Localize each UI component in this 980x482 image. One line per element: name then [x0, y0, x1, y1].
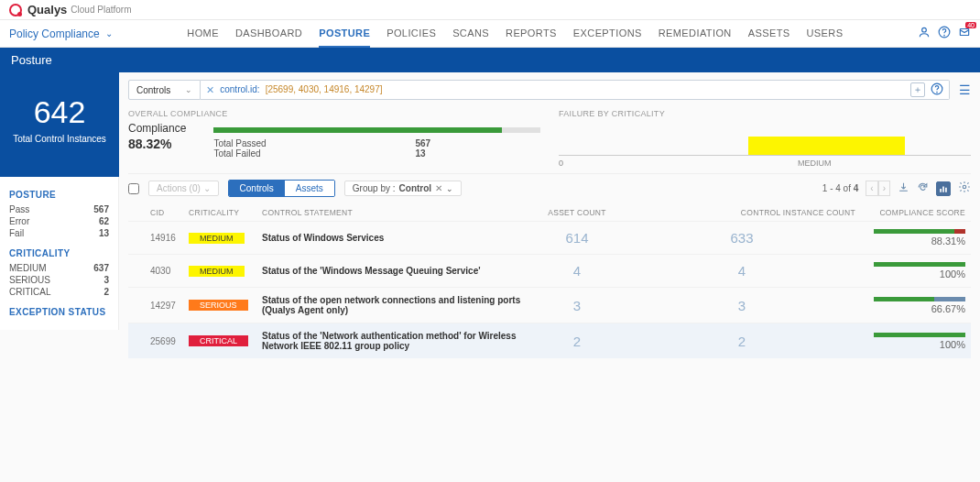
- filter-dropdown[interactable]: Controls ⌄: [128, 80, 201, 100]
- clear-search-icon[interactable]: ✕: [206, 84, 214, 96]
- table-row[interactable]: 25699CRITICALStatus of the 'Network auth…: [128, 323, 971, 359]
- sidebar-row[interactable]: MEDIUM637: [9, 262, 109, 274]
- user-box: 40: [918, 26, 971, 41]
- sidebar-row[interactable]: CRITICAL2: [9, 286, 109, 298]
- th-criticality[interactable]: CRITICALITY: [183, 204, 256, 222]
- passed-label: Total Passed: [213, 138, 415, 148]
- qualys-logo-icon: [9, 4, 22, 16]
- sidebar-posture-header[interactable]: POSTURE: [9, 190, 109, 200]
- toolbar: Actions (0) ⌄ Controls Assets Group by :…: [128, 174, 971, 201]
- user-icon[interactable]: [918, 26, 931, 41]
- clear-group-icon[interactable]: ✕: [435, 183, 442, 193]
- nav-item-scans[interactable]: SCANS: [452, 20, 489, 48]
- nav-item-policies[interactable]: POLICIES: [387, 20, 436, 48]
- pager: ‹ ›: [866, 181, 890, 196]
- chevron-down-icon: ⌄: [185, 85, 192, 94]
- cell-criticality: MEDIUM: [183, 255, 256, 288]
- pager-range: 1 - 4 of 4: [822, 183, 858, 193]
- select-all-checkbox[interactable]: [128, 183, 139, 194]
- failure-by-criticality: FAILURE BY CRITICALITY 0 MEDIUM: [559, 109, 971, 164]
- passed-value: 567: [415, 138, 430, 148]
- add-filter-icon[interactable]: ＋: [910, 82, 925, 97]
- pager-next[interactable]: ›: [878, 181, 890, 196]
- nav-item-assets[interactable]: ASSETS: [748, 20, 790, 48]
- cell-criticality: CRITICAL: [183, 323, 256, 359]
- table-row[interactable]: 4030MEDIUMStatus of the 'Windows Message…: [128, 255, 971, 288]
- total-instances-label: Total Control Instances: [5, 134, 114, 144]
- download-icon[interactable]: [898, 181, 909, 196]
- main-nav: HOMEDASHBOARDPOSTUREPOLICIESSCANSREPORTS…: [187, 20, 843, 48]
- cell-cid: 4030: [128, 255, 183, 288]
- brand-name: Qualys: [27, 3, 67, 16]
- cell-statement: Status of the open network connections a…: [256, 288, 531, 323]
- nav-item-dashboard[interactable]: DASHBOARD: [235, 20, 302, 48]
- nav-item-reports[interactable]: REPORTS: [506, 20, 557, 48]
- group-by-value: Control: [399, 183, 432, 193]
- cell-statement: Status of Windows Services: [256, 222, 531, 255]
- sidebar-row[interactable]: Error62: [9, 215, 109, 227]
- failure-zero-label: 0: [559, 159, 563, 168]
- cell-instance-count: 3: [623, 288, 861, 323]
- sidebar-row[interactable]: SERIOUS3: [9, 274, 109, 286]
- sidebar-row[interactable]: Fail13: [9, 227, 109, 239]
- nav-item-posture[interactable]: POSTURE: [319, 20, 370, 48]
- cell-score: 88.31%: [861, 222, 971, 255]
- group-by-label: Group by :: [353, 183, 396, 193]
- group-by[interactable]: Group by : Control ✕ ⌄: [344, 181, 462, 196]
- th-statement[interactable]: CONTROL STATEMENT: [256, 204, 531, 222]
- cell-instance-count: 633: [623, 222, 861, 255]
- failure-chart: 0 MEDIUM: [559, 127, 971, 164]
- overall-label: OVERALL COMPLIANCE: [128, 109, 540, 118]
- cell-score: 66.67%: [861, 288, 971, 323]
- sidebar-row[interactable]: Pass567: [9, 203, 109, 215]
- th-compliance-score[interactable]: COMPLIANCE SCORE: [861, 204, 971, 222]
- menu-icon[interactable]: ☰: [959, 82, 971, 97]
- settings-icon[interactable]: [958, 181, 971, 196]
- sidebar-exception-header[interactable]: EXCEPTION STATUS: [9, 307, 109, 317]
- toolbar-right: 1 - 4 of 4 ‹ ›: [822, 181, 971, 196]
- pager-prev[interactable]: ‹: [866, 181, 877, 196]
- nav-item-home[interactable]: HOME: [187, 20, 219, 48]
- nav-item-exceptions[interactable]: EXCEPTIONS: [573, 20, 642, 48]
- brand-bar: Qualys Cloud Platform: [0, 0, 980, 20]
- failure-label: FAILURE BY CRITICALITY: [559, 109, 971, 118]
- sidebar: POSTURE Pass567Error62Fail13 CRITICALITY…: [0, 177, 119, 330]
- chevron-down-icon: ⌄: [105, 28, 113, 38]
- search-row: Controls ⌄ ✕ control.id: [25699, 4030, 1…: [128, 80, 971, 100]
- page-title: Posture: [11, 53, 52, 67]
- total-instances-number: 642: [5, 94, 114, 130]
- sidebar-criticality-header[interactable]: CRITICALITY: [9, 248, 109, 258]
- cell-asset-count: 3: [531, 288, 623, 323]
- compliance-bar: [213, 127, 540, 133]
- seg-assets[interactable]: Assets: [285, 181, 334, 196]
- nav-item-remediation[interactable]: REMEDIATION: [659, 20, 732, 48]
- brand-sub: Cloud Platform: [71, 5, 131, 15]
- module-selector[interactable]: Policy Compliance ⌄: [9, 27, 113, 40]
- failed-value: 13: [415, 148, 425, 159]
- seg-controls[interactable]: Controls: [229, 181, 285, 196]
- cell-asset-count: 4: [531, 255, 623, 288]
- svg-point-9: [963, 185, 966, 189]
- table-row[interactable]: 14916MEDIUMStatus of Windows Services614…: [128, 222, 971, 255]
- notification-icon[interactable]: 40: [958, 26, 971, 41]
- chart-view-icon[interactable]: [936, 181, 951, 196]
- th-instance-count[interactable]: CONTROL INSTANCE COUNT: [623, 204, 861, 222]
- filter-label: Controls: [136, 85, 170, 95]
- cell-instance-count: 2: [623, 323, 861, 359]
- search-input[interactable]: ✕ control.id: [25699, 4030, 14916, 14297…: [201, 80, 950, 100]
- svg-point-5: [937, 92, 938, 93]
- th-asset-count[interactable]: ASSET COUNT: [531, 204, 623, 222]
- search-help-icon[interactable]: [931, 82, 943, 97]
- cell-score: 100%: [861, 323, 971, 359]
- nav-item-users[interactable]: USERS: [807, 20, 844, 48]
- actions-dropdown[interactable]: Actions (0) ⌄: [148, 181, 219, 196]
- table-row[interactable]: 14297SERIOUSStatus of the open network c…: [128, 288, 971, 323]
- left-column: 642 Total Control Instances POSTURE Pass…: [0, 72, 119, 366]
- chevron-down-icon: ⌄: [446, 184, 453, 193]
- refresh-icon[interactable]: [917, 181, 929, 196]
- cell-cid: 14297: [128, 288, 183, 323]
- compliance-pct: 88.32%: [128, 137, 186, 151]
- help-icon[interactable]: [938, 26, 951, 41]
- th-cid[interactable]: CID: [128, 204, 183, 222]
- compliance-title: Compliance: [128, 122, 186, 135]
